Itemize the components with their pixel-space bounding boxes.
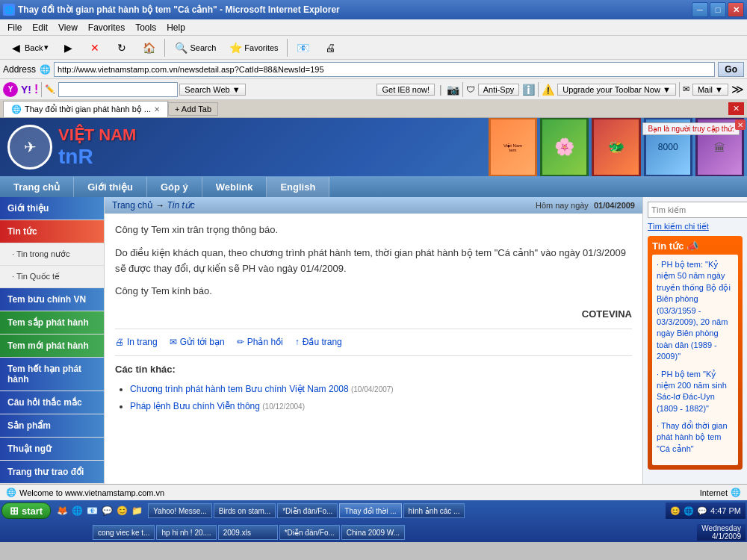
menu-file[interactable]: File (3, 21, 26, 34)
article-body: Công ty Tem xin trân trọng thông báo. Do… (105, 214, 642, 426)
news-link-1[interactable]: Chương trình phát hành tem Bưu chính Việ… (130, 384, 349, 394)
breadcrumb-home[interactable]: Trang chủ (112, 200, 153, 211)
taskbar-task-thaydoi[interactable]: Thay đổi thời ... (339, 503, 401, 518)
ie-icon: 🌐 (3, 4, 15, 16)
close-button[interactable]: ✕ (728, 2, 744, 17)
menu-bar: File Edit View Favorites Tools Help (0, 19, 747, 36)
yahoo-mail-button[interactable]: Mail ▼ (692, 84, 728, 96)
send-link[interactable]: ✉ Gửi tới bạn (170, 335, 225, 349)
browser-tab[interactable]: 🌐 Thay đổi thời gian phát hành bộ ... ✕ (3, 101, 168, 117)
sidebar-item-thuat-ngu[interactable]: Thuật ngữ (0, 438, 104, 461)
megaphone-icon: 📣 (686, 240, 698, 252)
menu-edit[interactable]: Edit (28, 21, 52, 34)
maximize-button[interactable]: □ (710, 2, 726, 17)
print-icon: 🖨 (115, 335, 124, 349)
taskbar-task-china[interactable]: China 2009 W... (341, 525, 405, 540)
favorites-button[interactable]: ⭐ Favorites (223, 38, 283, 57)
menu-tools[interactable]: Tools (131, 21, 161, 34)
clock: 4:47 PM (710, 506, 741, 515)
sidebar-item-tem-buu-chinh[interactable]: Tem bưu chính VN (0, 288, 104, 311)
date-display: Hôm nay ngày 01/04/2009 (536, 201, 635, 210)
taskbar-task-excel[interactable]: 2009.xls (218, 525, 278, 540)
status-left: 🌐 Welcome to www.vietnamstamp.com.vn (6, 488, 164, 497)
taskbar-task-yahoo[interactable]: Yahoo! Messe... (148, 503, 212, 518)
ql-icon-messenger[interactable]: 💬 (100, 504, 114, 517)
nav-feedback[interactable]: Góp ý (147, 177, 202, 197)
menu-favorites[interactable]: Favorites (84, 21, 129, 34)
search-field[interactable] (648, 202, 747, 218)
status-message: Welcome to www.vietnamstamp.com.vn (19, 488, 164, 497)
antispybutton[interactable]: Anti-Spy (478, 84, 520, 96)
status-bar: 🌐 Welcome to www.vietnamstamp.com.vn Int… (0, 484, 747, 500)
reply-link[interactable]: ✏ Phản hồi (237, 335, 283, 349)
taskbar-task-congviec[interactable]: cong viec ke t... (93, 525, 155, 540)
windows-icon: ⊞ (10, 505, 19, 517)
close-all-button[interactable]: ✕ (728, 102, 744, 115)
print-icon: 🖨 (323, 40, 338, 55)
print-link[interactable]: 🖨 In trang (115, 335, 158, 349)
refresh-button[interactable]: ↻ (109, 38, 134, 57)
breadcrumb-section[interactable]: Tin tức (167, 200, 195, 211)
ql-icon-smile[interactable]: 😊 (115, 504, 128, 517)
sidebar-item-tin-quoc-te[interactable]: · Tin Quốc tế (0, 266, 104, 288)
ql-icon-folder[interactable]: 📁 (130, 504, 143, 517)
start-button[interactable]: ⊞ start (1, 503, 51, 519)
nav-home[interactable]: Trang chủ (0, 177, 74, 197)
news-link-2[interactable]: Pháp lệnh Bưu chính Viễn thông (130, 401, 260, 411)
mail-button[interactable]: 📧 (291, 38, 316, 57)
news-date-1: (10/04/2007) (351, 385, 394, 393)
tab-close-button[interactable]: ✕ (154, 105, 160, 113)
ql-icon-ie[interactable]: 🌐 (70, 504, 84, 517)
minimize-button[interactable]: ─ (692, 2, 708, 17)
sidebar-item-san-pham[interactable]: Sản phẩm (0, 414, 104, 438)
stop-button[interactable]: ✕ (82, 38, 108, 57)
ie8-button[interactable]: Get IE8 now! (376, 84, 435, 96)
content-area: Giới thiệu Tin tức · Tin trong nước · Ti… (0, 197, 747, 484)
sidebar-item-tem-moi[interactable]: Tem mới phát hành (0, 335, 104, 358)
taskbar-task-birds[interactable]: Birds on stam... (214, 503, 276, 518)
ql-icon-mail[interactable]: 📧 (85, 504, 99, 517)
list-item: Pháp lệnh Bưu chính Viễn thông (10/12/20… (130, 399, 632, 414)
search-button[interactable]: 🔍 Search (168, 38, 221, 57)
add-tab-button[interactable]: + Add Tab (168, 102, 218, 116)
breadcrumb: Trang chủ → Tin tức (112, 200, 195, 211)
sidebar-item-tem-het-han[interactable]: Tem hết hạn phát hành (0, 358, 104, 391)
sidebar-item-cau-hoi[interactable]: Câu hỏi thắc mắc (0, 391, 104, 414)
top-link[interactable]: ↑ Đầu trang (295, 335, 342, 349)
menu-help[interactable]: Help (162, 21, 190, 34)
sidebar-item-trang-thu[interactable]: Trang thư trao đổi (0, 461, 104, 484)
separator3 (41, 82, 42, 97)
article-actions: 🖨 In trang ✉ Gửi tới bạn ✏ Phản hồi ↑ Đầ… (115, 329, 632, 356)
home-button[interactable]: 🏠 (136, 38, 161, 57)
nav-about[interactable]: Giới thiệu (74, 177, 147, 197)
forward-button[interactable]: ▶ (55, 38, 81, 57)
address-input[interactable] (54, 62, 715, 77)
pencil-icon: ✏️ (45, 84, 55, 94)
menu-view[interactable]: View (54, 21, 82, 34)
taskbar-task-hinh[interactable]: hình ảnh các ... (403, 503, 465, 518)
back-button[interactable]: ◀ Back ▾ (3, 38, 54, 57)
logo-circle: ✈ (7, 125, 52, 169)
sidebar-item-tin-tuc[interactable]: Tin tức (0, 220, 104, 243)
breadcrumb-bar: Trang chủ → Tin tức Hôm nay ngày 01/04/2… (105, 197, 642, 214)
taskbar-task-forum2[interactable]: *Diễn đàn/Fo... (279, 525, 340, 540)
nav-weblink[interactable]: Weblink (202, 177, 267, 197)
upgrade-button[interactable]: Upgrade your Toolbar Now ▼ (557, 84, 676, 96)
separator (164, 39, 165, 57)
taskbar-task-hp[interactable]: hp hi nh ! 20.... (156, 525, 216, 540)
banner-close-button[interactable]: ✕ (735, 119, 746, 130)
nav-english[interactable]: English (267, 177, 329, 197)
ql-icon-firefox[interactable]: 🦊 (55, 504, 69, 517)
print-button[interactable]: 🖨 (317, 38, 343, 57)
search-detail-link[interactable]: Tìm kiếm chi tiết (648, 222, 709, 231)
sidebar-item-gioi-thieu[interactable]: Giới thiệu (0, 197, 104, 220)
yahoo-search-input[interactable] (58, 82, 178, 97)
tray-icon-3: 💬 (697, 505, 707, 516)
sidebar-item-tem-sap[interactable]: Tem sắp phát hành (0, 311, 104, 335)
tin-tuc-title: Tin tức 📣 (652, 240, 738, 252)
right-news-3: · Thay đổi thời gian phát hành bộ tem "C… (657, 420, 734, 455)
taskbar-task-forum1[interactable]: *Diễn đàn/Fo... (277, 503, 338, 518)
yahoo-search-button[interactable]: Search Web ▼ (179, 84, 245, 96)
sidebar-item-tin-trong-nuoc[interactable]: · Tin trong nước (0, 243, 104, 266)
go-button[interactable]: Go (718, 62, 744, 77)
